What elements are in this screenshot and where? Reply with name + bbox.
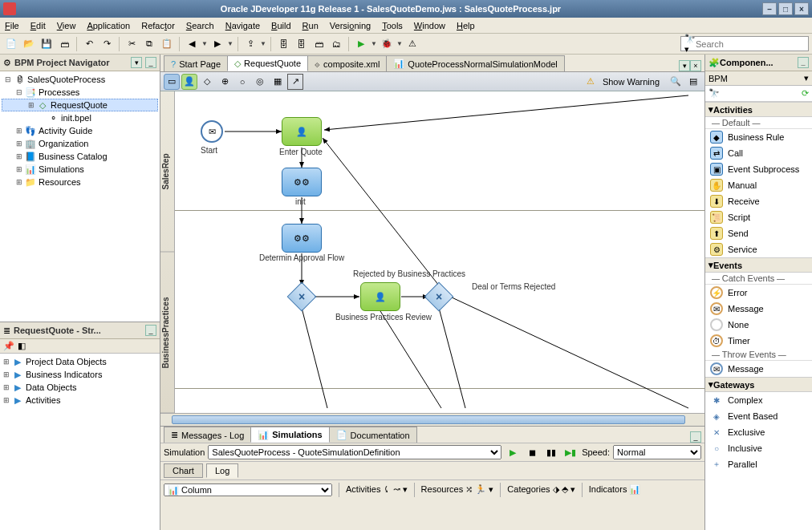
bpmn-canvas[interactable]: ✉ Start 👤 Enter Quote ⚙⚙ init ⚙⚙ Determi… xyxy=(175,91,704,413)
tab-startpage[interactable]: ?Start Page xyxy=(164,55,228,71)
task-bpr[interactable]: 👤 xyxy=(360,282,400,311)
zoom-icon[interactable]: 🔍 xyxy=(668,74,684,90)
minimize-button[interactable]: – xyxy=(762,2,777,15)
palette-complex[interactable]: ✱Complex xyxy=(705,392,812,408)
sim-stop-icon[interactable]: ◼ xyxy=(524,444,540,460)
view-tab-log[interactable]: Log xyxy=(206,463,238,478)
bpm-navigator-tree[interactable]: ⊟🛢SalesQuoteProcess ⊟📑Processes ⊞◇Reques… xyxy=(0,71,160,322)
palette-search[interactable]: 🔭⟳ xyxy=(705,86,812,102)
tab-messages-log[interactable]: ≣Messages - Log xyxy=(164,427,251,443)
deploy-icon[interactable]: ⇪ xyxy=(242,36,258,52)
close-button[interactable]: × xyxy=(794,2,809,15)
saveall-icon[interactable]: 🗃 xyxy=(56,36,72,52)
palette-call[interactable]: ⇄Call xyxy=(705,145,812,161)
tree-simulations[interactable]: ⊞📊Simulations xyxy=(2,163,158,176)
tool-add-icon[interactable]: ⊕ xyxy=(217,74,233,90)
palette-message[interactable]: ✉Message xyxy=(705,301,812,317)
sim-pause-icon[interactable]: ▮▮ xyxy=(543,444,559,460)
menu-build[interactable]: Build xyxy=(271,21,290,30)
tree-business-catalog[interactable]: ⊞📘Business Catalog xyxy=(2,150,158,163)
overview-icon[interactable]: ▤ xyxy=(685,74,701,90)
bottom-min-icon[interactable]: _ xyxy=(690,431,701,443)
copy-icon[interactable]: ⧉ xyxy=(141,36,157,52)
tool-gateway-icon[interactable]: ◇ xyxy=(199,74,215,90)
maximize-button[interactable]: □ xyxy=(778,2,793,15)
forward-icon[interactable]: ▶ xyxy=(209,36,225,52)
tree-activity-guide[interactable]: ⊞👣Activity Guide xyxy=(2,124,158,137)
profile-icon[interactable]: ⚠ xyxy=(404,36,420,52)
tool-select-icon[interactable]: ↗ xyxy=(287,74,303,90)
panel-min-icon[interactable]: _ xyxy=(145,57,156,68)
tree-resources[interactable]: ⊞📁Resources xyxy=(2,176,158,188)
palette-none[interactable]: None xyxy=(705,317,812,333)
refresh-icon[interactable]: ⟳ xyxy=(802,88,809,99)
paste-icon[interactable]: 📋 xyxy=(159,36,175,52)
menu-versioning[interactable]: Versioning xyxy=(330,21,371,30)
start-event[interactable]: ✉ xyxy=(201,120,223,143)
palette-inclusive[interactable]: ○Inclusive xyxy=(705,440,812,456)
search-input[interactable] xyxy=(696,39,806,49)
menu-help[interactable]: Help xyxy=(457,21,475,30)
tool-task-icon[interactable]: ▭ xyxy=(164,74,180,90)
menu-search[interactable]: Search xyxy=(186,21,214,30)
palette-timer[interactable]: ⏱Timer xyxy=(705,333,812,349)
structure-item[interactable]: ⊞▶Project Data Objects xyxy=(2,355,158,368)
back-icon[interactable]: ◀ xyxy=(184,36,200,52)
structure-item[interactable]: ⊞▶Activities xyxy=(2,394,158,407)
redo-icon[interactable]: ↷ xyxy=(99,36,115,52)
tool-end-icon[interactable]: ◎ xyxy=(252,74,268,90)
tool-data-icon[interactable]: ▦ xyxy=(270,74,286,90)
palette-send[interactable]: ⬆Send xyxy=(705,225,812,241)
tab-composite[interactable]: ⟐composite.xml xyxy=(307,55,387,71)
sim-ff-icon[interactable]: ▶▮ xyxy=(562,444,579,460)
gateway-1[interactable]: × xyxy=(287,282,317,312)
panel-menu-icon[interactable]: ▾ xyxy=(131,57,142,68)
section-gateways[interactable]: ▾ Gateways xyxy=(705,377,812,392)
tree-organization[interactable]: ⊞🏢Organization xyxy=(2,137,158,150)
menu-file[interactable]: File xyxy=(5,21,19,30)
group-activities[interactable]: Activities ⤹ ↝ ▾ xyxy=(346,484,408,495)
undo-icon[interactable]: ↶ xyxy=(81,36,97,52)
tab-simmodel[interactable]: 📊QuoteProcessNormalSimulationModel xyxy=(386,55,564,71)
tree-item-initbpel[interactable]: ⚬init.bpel xyxy=(2,111,158,124)
simulation-select[interactable]: SalesQuoteProcess - QuoteSimulationDefin… xyxy=(208,445,501,459)
palette-manual[interactable]: ✋Manual xyxy=(705,177,812,193)
task-init[interactable]: ⚙⚙ xyxy=(282,168,322,196)
debug-icon[interactable]: 🐞 xyxy=(379,36,395,52)
menu-navigate[interactable]: Navigate xyxy=(225,21,260,30)
tab-simulations[interactable]: 📊Simulations xyxy=(250,427,329,443)
palette-throw-message[interactable]: ✉Message xyxy=(705,361,812,377)
tabs-close-icon[interactable]: × xyxy=(690,60,701,71)
palette-service[interactable]: ⚙Service xyxy=(705,241,812,257)
palette-error[interactable]: ⚡Error xyxy=(705,285,812,301)
structure-tree[interactable]: ⊞▶Project Data Objects ⊞▶Business Indica… xyxy=(0,354,160,530)
sim-play-icon[interactable]: ▶ xyxy=(505,444,521,460)
db-icon[interactable]: 🗄 xyxy=(275,36,291,52)
menu-application[interactable]: Application xyxy=(87,21,130,30)
tool-user-icon[interactable]: 👤 xyxy=(181,74,197,90)
palette-receive[interactable]: ⬇Receive xyxy=(705,193,812,209)
view-icon[interactable]: ◧ xyxy=(18,341,26,351)
palette-exclusive[interactable]: ✕Exclusive xyxy=(705,424,812,440)
menu-tools[interactable]: Tools xyxy=(382,21,403,30)
open-icon[interactable]: 📂 xyxy=(21,36,37,52)
tab-requestquote[interactable]: ◇RequestQuote xyxy=(227,55,308,71)
gateway-2[interactable]: × xyxy=(424,282,454,312)
menu-run[interactable]: Run xyxy=(302,21,319,30)
run-icon[interactable]: ▶ xyxy=(353,36,369,52)
palette-script[interactable]: 📜Script xyxy=(705,209,812,225)
db4-icon[interactable]: 🗂 xyxy=(328,36,344,52)
speed-select[interactable]: Normal xyxy=(613,445,701,459)
tree-processes[interactable]: ⊟📑Processes xyxy=(2,86,158,99)
menu-edit[interactable]: Edit xyxy=(30,21,46,30)
view-tab-chart[interactable]: Chart xyxy=(164,463,203,478)
db3-icon[interactable]: 🗃 xyxy=(311,36,327,52)
group-indicators[interactable]: Indicators 📊 xyxy=(589,484,641,495)
menu-refactor[interactable]: Refactor xyxy=(141,21,175,30)
global-search[interactable]: 🔭▾ xyxy=(680,36,809,51)
save-icon[interactable]: 💾 xyxy=(39,36,55,52)
show-warning-label[interactable]: Show Warning xyxy=(603,77,660,87)
menu-view[interactable]: View xyxy=(57,21,76,30)
task-det-flow[interactable]: ⚙⚙ xyxy=(282,224,322,253)
section-events[interactable]: ▾ Events xyxy=(705,257,812,273)
